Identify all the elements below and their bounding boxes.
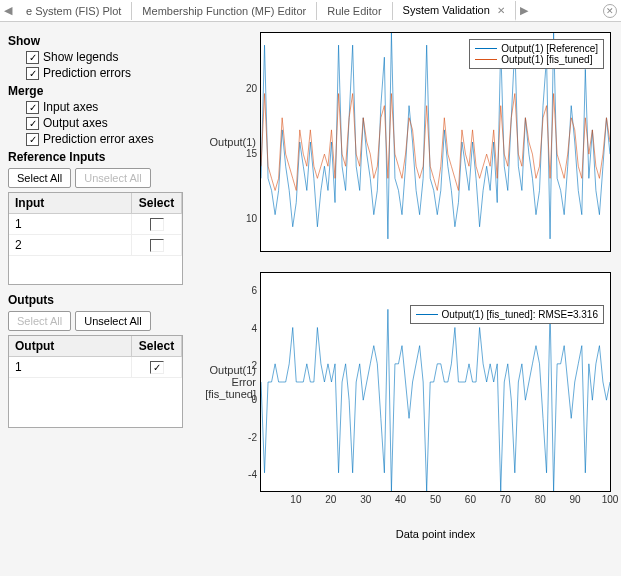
ytick: 6 bbox=[237, 285, 257, 296]
tab-label: System Validation bbox=[403, 4, 490, 16]
checkbox-show-legends[interactable]: ✓ Show legends bbox=[26, 50, 192, 64]
check-icon: ✓ bbox=[26, 117, 39, 130]
table-row: 2 bbox=[9, 235, 182, 256]
check-label: Show legends bbox=[43, 50, 118, 64]
xtick: 80 bbox=[535, 494, 546, 505]
input-col-header: Input bbox=[9, 193, 132, 214]
check-icon: ✓ bbox=[26, 51, 39, 64]
chart2-xlabel: Data point index bbox=[260, 528, 611, 540]
output-col-header: Output bbox=[9, 336, 132, 357]
select-col-header: Select bbox=[132, 336, 182, 357]
legend-label: Output(1) [fis_tuned] bbox=[501, 54, 592, 65]
input-cell: 1 bbox=[9, 214, 132, 235]
panel-close-icon[interactable]: ✕ bbox=[603, 4, 617, 18]
ytick: 0 bbox=[237, 394, 257, 405]
tab-rule-editor[interactable]: Rule Editor bbox=[317, 2, 392, 20]
check-icon: ✓ bbox=[26, 133, 39, 146]
select-all-outputs-button: Select All bbox=[8, 311, 71, 331]
ytick: 2 bbox=[237, 359, 257, 370]
check-icon: ✓ bbox=[26, 101, 39, 114]
xtick: 60 bbox=[465, 494, 476, 505]
close-icon[interactable]: ✕ bbox=[497, 5, 505, 16]
legend-line-icon bbox=[475, 48, 497, 49]
inputs-table: Input Select 1 2 bbox=[8, 192, 183, 285]
tab-system-validation[interactable]: System Validation ✕ bbox=[393, 1, 516, 21]
check-label: Output axes bbox=[43, 116, 108, 130]
table-row: 1 bbox=[9, 214, 182, 235]
legend-label: Output(1) [Reference] bbox=[501, 43, 598, 54]
tab-prev[interactable]: ◀ bbox=[0, 4, 16, 17]
input-cell: 2 bbox=[9, 235, 132, 256]
xtick: 90 bbox=[570, 494, 581, 505]
ytick: -4 bbox=[237, 468, 257, 479]
table-row: 1 ✓ bbox=[9, 357, 182, 378]
output-select-checkbox[interactable]: ✓ bbox=[150, 361, 164, 374]
xtick: 40 bbox=[395, 494, 406, 505]
checkbox-output-axes[interactable]: ✓ Output axes bbox=[26, 116, 192, 130]
outputs-table: Output Select 1 ✓ bbox=[8, 335, 183, 428]
select-all-inputs-button[interactable]: Select All bbox=[8, 168, 71, 188]
input-select-checkbox[interactable] bbox=[150, 239, 164, 252]
select-col-header: Select bbox=[132, 193, 182, 214]
ytick: 4 bbox=[237, 322, 257, 333]
ytick: 10 bbox=[237, 213, 257, 224]
check-label: Prediction errors bbox=[43, 66, 131, 80]
xtick: 70 bbox=[500, 494, 511, 505]
input-select-checkbox[interactable] bbox=[150, 218, 164, 231]
ytick: 15 bbox=[237, 147, 257, 158]
checkbox-input-axes[interactable]: ✓ Input axes bbox=[26, 100, 192, 114]
ytick: -2 bbox=[237, 431, 257, 442]
tab-next[interactable]: ▶ bbox=[516, 4, 532, 17]
chart2-plot[interactable]: -4 -2 0 2 4 6 10 20 30 40 50 60 70 80 90… bbox=[260, 272, 611, 492]
chart2-ylabel: Output(1) Error [fis_tuned] bbox=[200, 272, 260, 492]
xtick: 100 bbox=[602, 494, 619, 505]
xtick: 10 bbox=[290, 494, 301, 505]
output-cell: 1 bbox=[9, 357, 132, 378]
outputs-heading: Outputs bbox=[8, 293, 192, 307]
legend-line-icon bbox=[416, 314, 438, 315]
unselect-all-outputs-button[interactable]: Unselect All bbox=[75, 311, 150, 331]
tab-fis-plot[interactable]: e System (FIS) Plot bbox=[16, 2, 132, 20]
chart1-legend[interactable]: Output(1) [Reference] Output(1) [fis_tun… bbox=[469, 39, 604, 69]
legend-line-icon bbox=[475, 59, 497, 60]
legend-label: Output(1) [fis_tuned]: RMSE=3.316 bbox=[442, 309, 598, 320]
ytick: 20 bbox=[237, 82, 257, 93]
ref-inputs-heading: Reference Inputs bbox=[8, 150, 192, 164]
chart2-legend[interactable]: Output(1) [fis_tuned]: RMSE=3.316 bbox=[410, 305, 604, 324]
checkbox-pred-error-axes[interactable]: ✓ Prediction error axes bbox=[26, 132, 192, 146]
show-heading: Show bbox=[8, 34, 192, 48]
merge-heading: Merge bbox=[8, 84, 192, 98]
xtick: 50 bbox=[430, 494, 441, 505]
chart1-plot[interactable]: 10 15 20 Output(1) [Reference] Output(1)… bbox=[260, 32, 611, 252]
check-label: Prediction error axes bbox=[43, 132, 154, 146]
xtick: 20 bbox=[325, 494, 336, 505]
checkbox-prediction-errors[interactable]: ✓ Prediction errors bbox=[26, 66, 192, 80]
unselect-all-inputs-button: Unselect All bbox=[75, 168, 150, 188]
check-icon: ✓ bbox=[26, 67, 39, 80]
xtick: 30 bbox=[360, 494, 371, 505]
check-label: Input axes bbox=[43, 100, 98, 114]
tab-mf-editor[interactable]: Membership Function (MF) Editor bbox=[132, 2, 317, 20]
